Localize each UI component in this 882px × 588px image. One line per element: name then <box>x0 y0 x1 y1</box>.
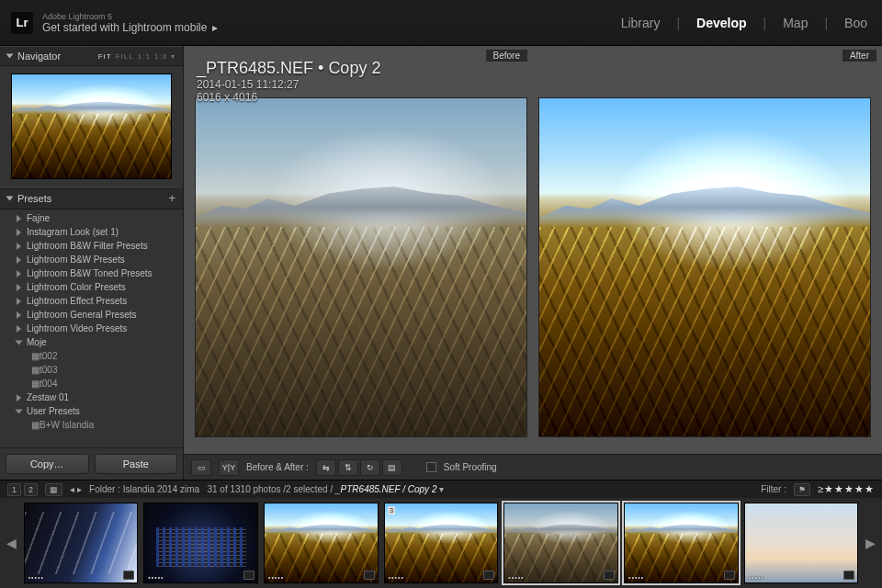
soft-proofing-checkbox[interactable] <box>426 462 436 472</box>
badge-icon <box>604 571 615 580</box>
nav-arrows: ◂ ▸ <box>70 484 82 494</box>
filter-rating[interactable]: ≥★★★★★ <box>818 483 875 495</box>
after-tag: After <box>842 50 876 62</box>
filmstrip-scroll-left[interactable]: ◀ <box>6 503 18 583</box>
zoom-ratio[interactable]: 1:3 <box>154 52 167 61</box>
copy-button[interactable]: Copy… <box>6 454 89 474</box>
preset-folder[interactable]: Lightroom B&W Toned Presets <box>0 266 183 280</box>
preset-folder[interactable]: Lightroom B&W Filter Presets <box>0 239 183 253</box>
grid-view-icon[interactable]: ▦ <box>45 483 62 496</box>
compare-view-button[interactable]: Y|Y <box>219 459 239 476</box>
chevron-right-icon: ▸ <box>212 21 218 34</box>
ba-swap-button[interactable]: ↻ <box>360 459 380 476</box>
top-bar: Lr Adobe Lightroom 5 Get started with Li… <box>0 0 882 46</box>
secondary-display-group: 1 2 <box>7 483 38 496</box>
navigator-thumbnail[interactable] <box>11 74 172 179</box>
image-info-overlay: _PTR6485.NEF • Copy 2 2014-01-15 11:12:2… <box>197 59 380 104</box>
module-map[interactable]: Map <box>779 14 811 32</box>
zoom-fill[interactable]: FILL <box>116 52 134 61</box>
zoom-1to1[interactable]: 1:1 <box>138 52 151 61</box>
preset-folder[interactable]: Lightroom Video Presets <box>0 322 183 335</box>
badge-icon <box>483 571 494 580</box>
compare-view[interactable] <box>184 46 882 454</box>
app-logo: Lr <box>11 12 33 34</box>
preset-folder[interactable]: Instagram Look (set 1) <box>0 225 183 239</box>
app-titles: Adobe Lightroom 5 Get started with Light… <box>42 12 218 34</box>
chevron-down-icon[interactable]: ▾ <box>171 52 175 61</box>
display-1-button[interactable]: 1 <box>7 483 21 496</box>
module-switcher: Library| Develop| Map| Boo <box>617 14 871 32</box>
disclosure-triangle-icon <box>6 196 14 200</box>
ba-copy-button[interactable]: ▤ <box>382 459 402 476</box>
navigator-title: Navigator <box>17 51 61 62</box>
module-develop[interactable]: Develop <box>693 14 750 32</box>
preset-folder[interactable]: Lightroom General Presets <box>0 308 183 322</box>
display-2-button[interactable]: 2 <box>24 483 38 496</box>
preset-folder[interactable]: Fajne <box>0 211 183 225</box>
main-area: Navigator FIT FILL 1:1 1:3 ▾ Presets + F… <box>0 46 882 480</box>
filter-flag-button[interactable]: ⚑ <box>794 483 810 496</box>
copy-paste-row: Copy… Paste <box>0 447 183 480</box>
module-library[interactable]: Library <box>617 14 664 32</box>
preset-item[interactable]: ▦ t002 <box>0 349 183 363</box>
ba-side-by-side-button[interactable]: ⇆ <box>316 459 336 476</box>
badge-icon <box>123 571 134 580</box>
navigator-zoom-modes[interactable]: FIT FILL 1:1 1:3 ▾ <box>98 52 175 61</box>
after-photo[interactable] <box>538 97 871 437</box>
prev-photo-button[interactable]: ◂ <box>70 484 74 494</box>
disclosure-triangle-icon <box>6 54 14 59</box>
before-after-label: Before & After : <box>246 462 309 472</box>
preset-folder[interactable]: Lightroom Effect Presets <box>0 294 183 308</box>
app-subtitle[interactable]: Get started with Lightroom mobile ▸ <box>42 21 218 34</box>
badge-icon <box>364 571 375 580</box>
before-tag: Before <box>486 50 527 62</box>
next-photo-button[interactable]: ▸ <box>77 484 82 494</box>
source-path[interactable]: Folder : Islandia 2014 zima 31 of 1310 p… <box>89 484 444 494</box>
soft-proofing-label: Soft Proofing <box>444 462 497 472</box>
preset-list: Fajne Instagram Look (set 1) Lightroom B… <box>0 209 183 447</box>
chevron-down-icon[interactable]: ▾ <box>439 484 444 494</box>
preset-folder[interactable]: Lightroom B&W Presets <box>0 253 183 266</box>
presets-title: Presets <box>17 193 51 204</box>
preset-folder[interactable]: Lightroom Color Presets <box>0 280 183 294</box>
image-dimensions: 6016 x 4016 <box>197 91 380 104</box>
loupe-view-button[interactable]: ▭ <box>191 459 211 476</box>
image-filename: _PTR6485.NEF • Copy 2 <box>197 59 380 78</box>
filmstrip-thumb-selected[interactable]: ••••• <box>624 503 739 583</box>
filmstrip-thumb[interactable]: ••••• <box>143 503 258 583</box>
center-view: Before After _PTR6485.NEF • Copy 2 2014-… <box>184 46 882 480</box>
filter-label: Filter : <box>761 484 786 494</box>
image-timestamp: 2014-01-15 11:12:27 <box>197 78 380 91</box>
preset-item[interactable]: ▦ t004 <box>0 377 183 390</box>
filmstrip-scroll-right[interactable]: ▶ <box>864 503 876 583</box>
add-preset-icon[interactable]: + <box>168 191 175 205</box>
badge-icon <box>243 571 254 580</box>
filmstrip-thumb[interactable]: ••••• <box>24 503 139 583</box>
preset-folder[interactable]: Zestaw 01 <box>0 390 183 404</box>
ba-split-button[interactable]: ⇅ <box>338 459 358 476</box>
preset-folder-open[interactable]: Moje <box>0 335 183 349</box>
before-after-mode-group: ⇆ ⇅ ↻ ▤ <box>316 459 402 476</box>
before-photo[interactable] <box>195 97 527 437</box>
filmstrip-info-bar: 1 2 ▦ ◂ ▸ Folder : Islandia 2014 zima 31… <box>0 480 882 498</box>
filmstrip: ◀ ••••• ••••• ••••• 3••••• ••••• ••••• •… <box>0 498 882 588</box>
develop-toolbar: ▭ Y|Y Before & After : ⇆ ⇅ ↻ ▤ Soft Proo… <box>184 454 882 480</box>
filmstrip-thumb-selected[interactable]: ••••• <box>503 503 618 583</box>
app-subtitle-text: Get started with Lightroom mobile <box>42 21 207 34</box>
filmstrip-thumb[interactable]: 3••••• <box>384 503 499 583</box>
filmstrip-thumb[interactable]: ••••• <box>744 503 859 583</box>
preset-item[interactable]: ▦ B+W Islandia <box>0 418 183 432</box>
app-name: Adobe Lightroom 5 <box>42 12 218 21</box>
preset-item[interactable]: ▦ t003 <box>0 363 183 377</box>
badge-icon <box>843 571 854 580</box>
left-panel: Navigator FIT FILL 1:1 1:3 ▾ Presets + F… <box>0 46 184 480</box>
paste-button[interactable]: Paste <box>95 454 178 474</box>
navigator-header[interactable]: Navigator FIT FILL 1:1 1:3 ▾ <box>0 46 183 66</box>
module-book[interactable]: Boo <box>841 14 871 32</box>
presets-header[interactable]: Presets + <box>0 187 183 209</box>
filmstrip-thumb[interactable]: ••••• <box>264 503 379 583</box>
preset-folder-open[interactable]: User Presets <box>0 404 183 418</box>
stack-count: 3 <box>388 506 395 514</box>
zoom-fit[interactable]: FIT <box>98 52 112 61</box>
badge-icon <box>724 571 735 580</box>
